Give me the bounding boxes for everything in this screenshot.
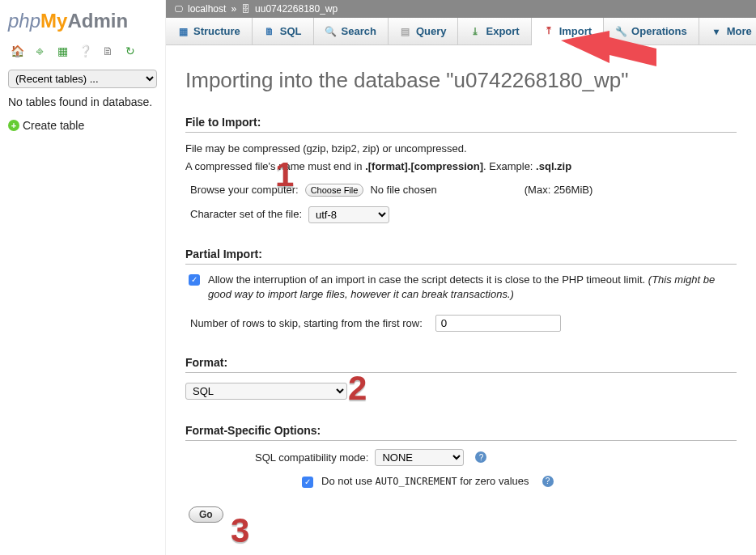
format-select[interactable]: SQL (185, 383, 347, 400)
tab-sql[interactable]: 🗎SQL (253, 18, 314, 44)
main: 🖵 localhost » 🗄 uu0742268180_wp ▦Structu… (166, 0, 756, 555)
allow-interrupt-label: Allow the interruption of an import in c… (208, 273, 737, 302)
content: Importing into the database "u0742268180… (166, 45, 756, 539)
create-table-label: Create table (23, 119, 84, 132)
search-icon: 🔍 (325, 26, 337, 37)
reload-icon[interactable]: ↻ (123, 44, 138, 58)
max-size: (Max: 256MiB) (525, 182, 593, 198)
tab-export[interactable]: ⤓Export (458, 18, 531, 44)
skip-rows-label: Number of rows to skip, starting from th… (190, 316, 423, 332)
exit-icon[interactable]: ⎆ (32, 44, 47, 58)
import-icon: ⤒ (543, 25, 554, 36)
breadcrumb-host[interactable]: localhost (188, 3, 226, 15)
charset-label: Character set of the file: (190, 206, 302, 222)
fso-section-head: Format-Specific Options: (185, 424, 737, 441)
help-icon-2[interactable]: ? (542, 476, 554, 487)
wrench-icon: 🔧 (615, 26, 626, 37)
plus-icon: + (8, 120, 19, 131)
breadcrumb-db[interactable]: uu0742268180_wp (255, 3, 338, 15)
partial-section-head: Partial Import: (185, 248, 737, 265)
compat-label: SQL compatibility mode: (255, 450, 368, 466)
logo-php: php (8, 10, 40, 32)
logo-my: My (40, 10, 67, 32)
help-icon[interactable]: ? (475, 451, 486, 463)
file-section-head: File to Import: (185, 116, 737, 133)
sidebar: phpMyAdmin 🏠 ⎆ ▦ ❔ 🗎 ↻ (Recent tables) .… (0, 0, 166, 555)
sidebar-icon-row: 🏠 ⎆ ▦ ❔ 🗎 ↻ (8, 40, 157, 70)
docs-icon[interactable]: ❔ (78, 44, 92, 58)
logo-admin: Admin (67, 10, 128, 32)
tabs: ▦Structure 🗎SQL 🔍Search ▤Query ⤓Export ⤒… (166, 18, 756, 45)
home-icon[interactable]: 🏠 (10, 44, 24, 58)
file-note-2: A compressed file's name must end in .[f… (185, 159, 737, 175)
autoincrement-checkbox[interactable]: ✓ (302, 477, 313, 488)
page-title: Importing into the database "u0742268180… (185, 68, 737, 93)
server-icon: 🖵 (174, 4, 183, 14)
structure-icon: ▦ (177, 26, 189, 37)
choose-file-button[interactable]: Choose File (305, 184, 364, 197)
no-file-text: No file chosen (370, 182, 436, 198)
no-tables-text: No tables found in database. (8, 95, 157, 111)
file-note-1: File may be compressed (gzip, bzip2, zip… (185, 141, 737, 157)
chevron-down-icon: ▾ (711, 26, 722, 37)
create-table-link[interactable]: + Create table (8, 119, 157, 132)
recent-tables-select[interactable]: (Recent tables) ... (8, 70, 157, 88)
go-button[interactable]: Go (189, 506, 223, 523)
logo[interactable]: phpMyAdmin (8, 6, 157, 40)
charset-select[interactable]: utf-8 (308, 206, 389, 223)
sql-tab-icon: 🗎 (264, 26, 275, 37)
export-icon: ⤓ (469, 26, 481, 37)
browse-label: Browse your computer: (190, 182, 299, 198)
sql-icon[interactable]: ▦ (55, 44, 70, 58)
tab-search[interactable]: 🔍Search (314, 18, 389, 44)
skip-rows-input[interactable] (435, 315, 561, 332)
tab-query[interactable]: ▤Query (389, 18, 459, 44)
autoincrement-label: Do not use AUTO_INCREMENT for zero value… (321, 474, 529, 489)
tab-more[interactable]: ▾More (699, 18, 756, 44)
gear-icon[interactable]: 🗎 (100, 44, 115, 58)
breadcrumb: 🖵 localhost » 🗄 uu0742268180_wp (166, 0, 756, 18)
tab-import[interactable]: ⤒Import (532, 18, 604, 45)
tab-structure[interactable]: ▦Structure (166, 18, 253, 44)
format-section-head: Format: (185, 356, 737, 373)
database-icon: 🗄 (241, 4, 250, 14)
query-icon: ▤ (400, 26, 411, 37)
allow-interrupt-checkbox[interactable]: ✓ (189, 274, 200, 286)
compat-select[interactable]: NONE (375, 449, 464, 466)
tab-operations[interactable]: 🔧Operations (604, 18, 699, 44)
